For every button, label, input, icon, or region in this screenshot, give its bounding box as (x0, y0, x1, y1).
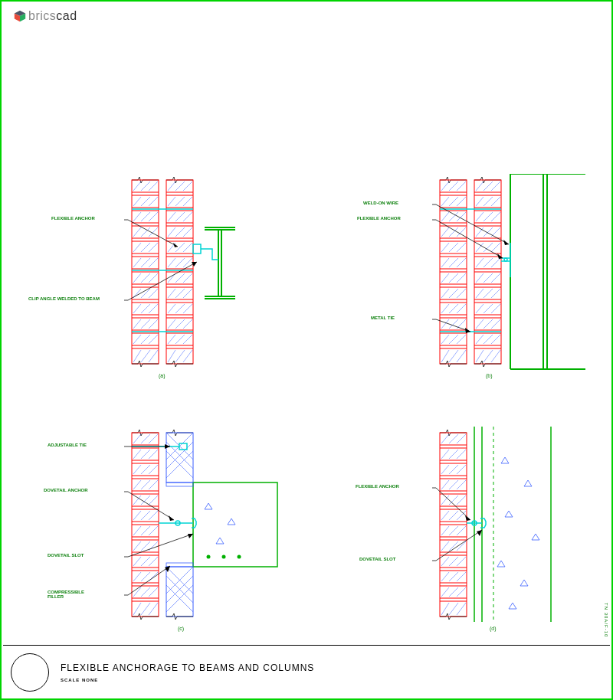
svg-line-54 (149, 212, 158, 221)
svg-line-319 (141, 603, 150, 615)
detail-a: FLEXIBLE ANCHOR CLIP ANGLE WELDED TO BEA… (124, 174, 262, 388)
svg-line-101 (175, 273, 185, 283)
svg-marker-259 (503, 240, 509, 245)
svg-line-303 (133, 526, 141, 535)
svg-line-196 (457, 273, 466, 283)
svg-line-378 (449, 480, 458, 489)
svg-line-216 (484, 197, 493, 206)
svg-line-373 (457, 450, 466, 459)
svg-line-207 (449, 335, 458, 344)
label-dovetail-slot: DOVETAIL SLOT (48, 553, 84, 558)
svg-line-194 (441, 273, 449, 283)
label-flexible-anchor-d: FLEXIBLE ANCHOR (356, 484, 399, 489)
svg-line-310 (141, 557, 150, 566)
svg-line-89 (175, 212, 185, 221)
svg-line-285 (133, 434, 141, 443)
svg-line-396 (449, 572, 458, 581)
detail-d: FLEXIBLE ANCHOR DOVETAIL SLOT (d) (432, 427, 593, 641)
svg-line-368 (441, 434, 449, 443)
svg-line-227 (476, 258, 484, 267)
svg-point-333 (207, 555, 211, 559)
svg-marker-343 (188, 534, 193, 538)
svg-marker-410 (465, 515, 470, 521)
svg-line-111 (183, 319, 192, 329)
svg-point-335 (238, 555, 241, 559)
label-metal-tie: METAL TIE (371, 316, 395, 320)
svg-line-293 (149, 465, 158, 474)
title-block: FLEXIBLE ANCHORAGE TO BEAMS AND COLUMNS … (3, 645, 610, 698)
svg-marker-261 (465, 328, 470, 333)
svg-line-195 (449, 273, 458, 283)
svg-line-202 (457, 304, 466, 313)
svg-line-245 (476, 350, 484, 362)
svg-line-208 (457, 335, 466, 344)
svg-line-190 (457, 243, 466, 252)
svg-line-82 (168, 182, 175, 191)
svg-line-107 (175, 304, 185, 313)
label-flexible-anchor-b: FLEXIBLE ANCHOR (357, 216, 401, 221)
svg-line-104 (175, 289, 185, 298)
svg-line-225 (484, 243, 493, 252)
svg-line-115 (168, 350, 175, 362)
svg-line-50 (141, 197, 150, 206)
svg-rect-337 (166, 563, 193, 567)
svg-line-235 (491, 289, 500, 298)
svg-line-206 (441, 335, 449, 344)
svg-line-185 (441, 227, 449, 237)
svg-line-178 (457, 182, 466, 191)
svg-line-381 (449, 496, 458, 505)
flexible-anchor (193, 244, 218, 260)
svg-line-244 (491, 335, 500, 344)
svg-line-371 (441, 450, 449, 459)
svg-line-87 (183, 197, 192, 206)
svg-line-287 (149, 434, 158, 443)
svg-line-59 (141, 243, 150, 252)
svg-line-302 (149, 511, 158, 520)
svg-point-258 (504, 258, 507, 261)
svg-line-388 (457, 526, 466, 535)
svg-line-380 (441, 496, 449, 505)
svg-line-217 (491, 197, 500, 206)
label-weld-on-wire: WELD-ON WIRE (363, 201, 398, 205)
svg-line-399 (449, 587, 458, 597)
svg-line-384 (449, 511, 458, 520)
svg-line-290 (149, 450, 158, 459)
svg-line-292 (141, 465, 150, 474)
svg-line-64 (133, 273, 141, 283)
svg-line-189 (449, 243, 458, 252)
svg-line-242 (476, 335, 484, 344)
svg-line-234 (484, 289, 493, 298)
svg-line-382 (457, 496, 466, 505)
svg-line-48 (149, 182, 158, 191)
svg-line-117 (183, 350, 192, 362)
drawing-area: FLEXIBLE ANCHOR CLIP ANGLE WELDED TO BEA… (3, 36, 610, 641)
svg-line-179 (441, 197, 449, 206)
dovetail-anchor (159, 518, 196, 528)
bricscad-icon (13, 9, 27, 23)
svg-line-304 (141, 526, 150, 535)
svg-line-374 (441, 465, 449, 474)
svg-line-199 (457, 289, 466, 298)
svg-line-109 (168, 319, 175, 329)
svg-line-305 (149, 526, 158, 535)
svg-line-289 (141, 450, 150, 459)
block-top (166, 433, 193, 482)
svg-line-231 (484, 273, 493, 283)
svg-line-77 (141, 335, 150, 344)
svg-line-241 (491, 319, 500, 329)
svg-line-76 (133, 335, 141, 344)
svg-line-403 (457, 603, 466, 615)
svg-line-247 (491, 350, 500, 362)
svg-line-110 (175, 319, 185, 329)
svg-line-201 (449, 304, 458, 313)
svg-line-90 (183, 212, 192, 221)
svg-line-379 (457, 480, 466, 489)
label-flexible-anchor: FLEXIBLE ANCHOR (51, 216, 95, 221)
svg-line-228 (484, 258, 493, 267)
svg-marker-260 (497, 254, 503, 259)
svg-line-176 (441, 182, 449, 191)
svg-line-72 (149, 304, 158, 313)
svg-line-291 (133, 465, 141, 474)
svg-line-226 (491, 243, 500, 252)
detail-reference-circle (11, 653, 49, 692)
